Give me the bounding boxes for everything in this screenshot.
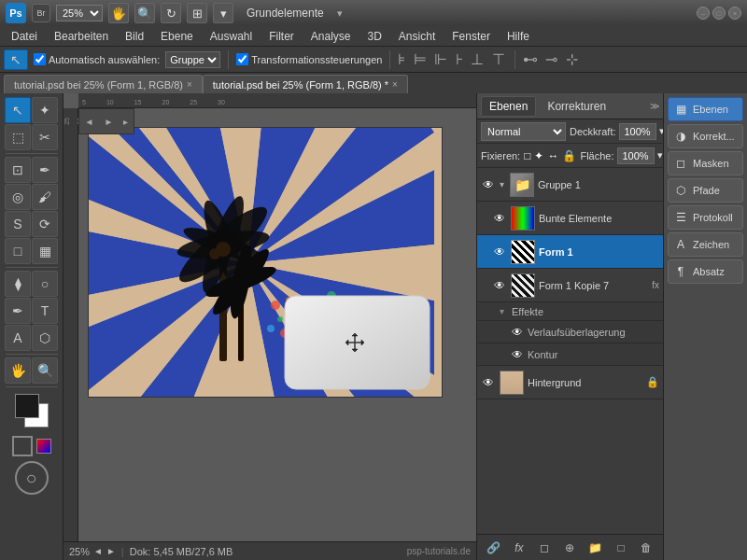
- rotate-tool-title[interactable]: ↻: [161, 3, 181, 23]
- eye-form1k7[interactable]: 👁: [492, 278, 507, 293]
- shape-tool[interactable]: ⬡: [32, 325, 58, 351]
- tab-1[interactable]: tutorial.psd bei 25% (Form 1, RGB/8) * ×: [203, 75, 408, 93]
- new-group-button[interactable]: 📁: [585, 538, 606, 558]
- panel-expand-arrow[interactable]: ≫: [650, 101, 659, 111]
- eyedropper-tool[interactable]: ✒: [32, 157, 58, 183]
- clone-tool[interactable]: S: [5, 211, 31, 237]
- lock-icon-all[interactable]: ↔: [547, 149, 558, 162]
- link-layers-button[interactable]: 🔗: [484, 538, 504, 558]
- history-tool[interactable]: ⟳: [32, 211, 58, 237]
- minimize-button[interactable]: –: [697, 7, 710, 20]
- dodge-tool[interactable]: ○: [32, 271, 58, 297]
- add-mask-button[interactable]: ◻: [534, 538, 555, 558]
- mini-tool-3[interactable]: ▸: [123, 117, 128, 127]
- eye-hintergrund[interactable]: 👁: [481, 375, 496, 390]
- text-tool[interactable]: T: [32, 298, 58, 324]
- layer-bunte[interactable]: 👁 Bunte Elemente: [477, 202, 663, 235]
- layer-form1-kopie7[interactable]: 👁 Form 1 Kopie 7 fx: [477, 269, 663, 302]
- lock-icon-position[interactable]: ✦: [534, 149, 543, 162]
- far-right-absatz[interactable]: ¶ Absatz: [668, 259, 743, 284]
- mini-tool-1[interactable]: ◄: [85, 117, 94, 127]
- menu-3d[interactable]: 3D: [360, 28, 389, 45]
- grid-tool-title[interactable]: ⊞: [187, 3, 207, 23]
- add-style-button[interactable]: fx: [509, 538, 529, 558]
- group-arrow[interactable]: ▾: [500, 179, 504, 189]
- spot-heal-tool[interactable]: ◎: [5, 184, 31, 210]
- tab-close-0[interactable]: ×: [187, 79, 192, 90]
- path-select-tool[interactable]: A: [5, 325, 31, 351]
- zoom-selector[interactable]: 25% 50% 100%: [56, 5, 103, 21]
- effect-verlauf[interactable]: 👁 Verlaufsüberlagerung: [477, 321, 663, 343]
- status-arrow-left[interactable]: ◄: [93, 546, 103, 556]
- mini-tool-2[interactable]: ►: [105, 117, 114, 127]
- hand-tool[interactable]: 🖐: [5, 357, 31, 384]
- auto-select-input[interactable]: [34, 53, 46, 65]
- menu-analyse[interactable]: Analyse: [303, 28, 359, 45]
- opacity-input[interactable]: [619, 123, 656, 140]
- new-adjustment-button[interactable]: ⊕: [559, 538, 580, 558]
- swap-colors-icon[interactable]: [36, 439, 51, 454]
- menu-auswahl[interactable]: Auswahl: [203, 28, 260, 45]
- menu-datei[interactable]: Datei: [4, 28, 45, 45]
- blur-tool[interactable]: ⧫: [5, 271, 31, 297]
- hand-tool-title[interactable]: 🖐: [108, 3, 129, 23]
- status-arrow-right[interactable]: ►: [106, 546, 116, 556]
- canvas-image[interactable]: [88, 127, 443, 398]
- lock-icon-lock[interactable]: 🔒: [562, 149, 576, 162]
- crop-tool[interactable]: ⊡: [5, 157, 31, 183]
- default-colors-icon[interactable]: [12, 436, 33, 456]
- eye-gruppe1[interactable]: 👁: [481, 177, 496, 192]
- gradient-tool[interactable]: ▦: [32, 238, 58, 264]
- transform-input[interactable]: [236, 53, 248, 65]
- move-tool[interactable]: ↖: [5, 97, 31, 123]
- quick-mask-mode[interactable]: ○: [15, 461, 49, 495]
- menu-fenster[interactable]: Fenster: [444, 28, 498, 45]
- brush-tool[interactable]: 🖌: [32, 184, 58, 210]
- fill-input[interactable]: [617, 147, 655, 164]
- zoom-tool-title[interactable]: 🔍: [134, 3, 155, 23]
- menu-bild[interactable]: Bild: [118, 28, 151, 45]
- title-dropdown-arrow[interactable]: ▾: [337, 7, 343, 20]
- move-tool-options[interactable]: ↖: [4, 49, 28, 70]
- delete-layer-button[interactable]: 🗑: [636, 538, 656, 558]
- pen-tool[interactable]: ✒: [5, 298, 31, 324]
- close-button[interactable]: ×: [728, 7, 741, 20]
- auto-select-checkbox[interactable]: Automatisch auswählen:: [34, 53, 160, 65]
- effects-arrow[interactable]: ▾: [500, 306, 504, 316]
- eye-bunte[interactable]: 👁: [492, 211, 507, 226]
- screen-mode-title[interactable]: ▾: [213, 3, 233, 23]
- layer-gruppe1[interactable]: 👁 ▾ 📁 Gruppe 1: [477, 168, 663, 202]
- lock-icon-transparent[interactable]: □: [524, 149, 530, 162]
- foreground-color[interactable]: [15, 394, 39, 418]
- select-tool[interactable]: ✦: [32, 97, 58, 123]
- far-right-zeichen[interactable]: A Zeichen: [668, 232, 743, 257]
- far-right-korrekturen[interactable]: ◑ Korrekt...: [668, 124, 743, 148]
- eraser-tool[interactable]: □: [5, 238, 31, 264]
- far-right-masken[interactable]: ◻ Masken: [668, 151, 743, 175]
- layer-form1[interactable]: 👁 Form 1: [477, 235, 663, 269]
- tab-close-1[interactable]: ×: [392, 79, 398, 90]
- tab-ebenen[interactable]: Ebenen: [481, 96, 536, 117]
- far-right-protokoll[interactable]: ☰ Protokoll: [668, 205, 743, 230]
- far-right-pfade[interactable]: ⬡ Pfade: [668, 178, 743, 203]
- effect-kontur[interactable]: 👁 Kontur: [477, 343, 663, 366]
- fill-chevron[interactable]: ▾: [657, 149, 663, 161]
- transform-checkbox[interactable]: Transformationssteuerungen: [236, 53, 382, 65]
- menu-filter[interactable]: Filter: [261, 28, 302, 45]
- new-layer-button[interactable]: □: [611, 538, 631, 558]
- menu-ebene[interactable]: Ebene: [153, 28, 201, 45]
- br-logo[interactable]: Br: [32, 4, 50, 22]
- magic-wand[interactable]: ✂: [32, 124, 58, 150]
- eye-form1[interactable]: 👁: [492, 245, 507, 259]
- eye-kontur[interactable]: 👁: [511, 348, 524, 361]
- tab-korrekturen[interactable]: Korrekturen: [540, 96, 613, 117]
- lasso-tool[interactable]: ⬚: [5, 124, 31, 150]
- auto-select-dropdown[interactable]: Gruppe Ebene: [165, 51, 220, 68]
- tab-0[interactable]: tutorial.psd bei 25% (Form 1, RGB/8) ×: [4, 75, 203, 93]
- maximize-button[interactable]: □: [712, 7, 726, 20]
- menu-ansicht[interactable]: Ansicht: [391, 28, 443, 45]
- layer-hintergrund[interactable]: 👁 Hintergrund 🔒: [477, 366, 663, 399]
- menu-hilfe[interactable]: Hilfe: [500, 28, 537, 45]
- zoom-tool[interactable]: 🔍: [32, 357, 58, 384]
- eye-verlauf[interactable]: 👁: [511, 326, 524, 339]
